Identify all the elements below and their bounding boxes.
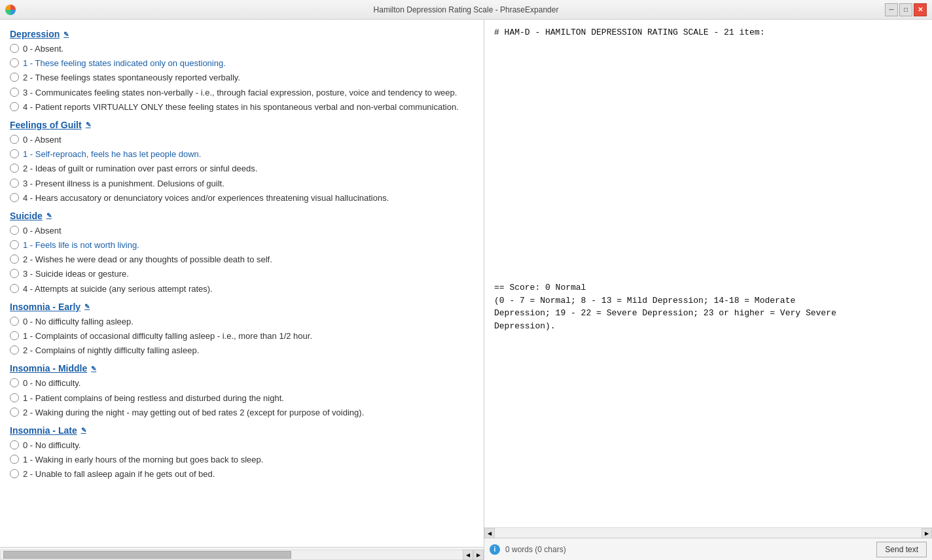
radio-item-feelings-of-guilt-3[interactable]: 3 - Present illness is a punishment. Del… (10, 178, 474, 190)
section-header-insomnia-early: Insomnia - Early✎ (10, 302, 474, 312)
radio-item-depression-2[interactable]: 2 - These feelings states spontaneously … (10, 72, 474, 84)
edit-icon-insomnia-middle[interactable]: ✎ (91, 365, 96, 372)
section-header-suicide: Suicide✎ (10, 211, 474, 221)
title-bar: Hamilton Depression Rating Scale - Phras… (0, 0, 932, 20)
word-count: 0 words (0 chars) (505, 545, 566, 554)
radio-item-depression-1[interactable]: 1 - These feeling states indicated only … (10, 58, 474, 69)
section-label-insomnia-early: Insomnia - Early (10, 302, 81, 312)
radio-label-insomnia-early-2: 2 - Complains of nightly difficulty fall… (23, 345, 199, 357)
radio-btn-depression-4[interactable] (10, 102, 19, 111)
edit-icon-depression[interactable]: ✎ (63, 31, 69, 38)
edit-icon-suicide[interactable]: ✎ (46, 212, 52, 219)
radio-btn-suicide-1[interactable] (10, 240, 19, 249)
radio-item-insomnia-late-2[interactable]: 2 - Unable to fall asleep again if he ge… (10, 468, 474, 480)
radio-btn-feelings-of-guilt-0[interactable] (10, 135, 19, 144)
radio-item-insomnia-late-0[interactable]: 0 - No difficulty. (10, 440, 474, 451)
radio-item-feelings-of-guilt-1[interactable]: 1 - Self-reproach, feels he has let peop… (10, 149, 474, 160)
section-header-insomnia-middle: Insomnia - Middle✎ (10, 363, 474, 374)
section-label-suicide: Suicide (10, 211, 43, 221)
radio-label-suicide-0: 0 - Absent (23, 225, 62, 237)
radio-btn-insomnia-middle-0[interactable] (10, 378, 19, 387)
radio-btn-insomnia-early-0[interactable] (10, 317, 19, 326)
radio-label-feelings-of-guilt-2: 2 - Ideas of guilt or rumination over pa… (23, 163, 257, 175)
radio-label-depression-4: 4 - Patient reports VIRTUALLY ONLY these… (23, 101, 459, 113)
radio-btn-insomnia-early-2[interactable] (10, 345, 19, 355)
radio-label-depression-2: 2 - These feelings states spontaneously … (23, 72, 240, 84)
minimize-button[interactable]: ─ (885, 3, 898, 16)
section-header-insomnia-late: Insomnia - Late✎ (10, 425, 474, 436)
radio-btn-depression-2[interactable] (10, 73, 19, 82)
radio-btn-insomnia-late-1[interactable] (10, 455, 19, 464)
radio-btn-insomnia-middle-1[interactable] (10, 393, 19, 402)
radio-label-insomnia-middle-1: 1 - Patient complains of being restless … (23, 393, 284, 404)
radio-label-suicide-3: 3 - Suicide ideas or gesture. (23, 268, 129, 280)
radio-label-feelings-of-guilt-4: 4 - Hears accusatory or denunciatory voi… (23, 192, 389, 204)
radio-item-suicide-2[interactable]: 2 - Wishes he were dead or any thoughts … (10, 254, 474, 266)
radio-label-suicide-4: 4 - Attempts at suicide (any serious att… (23, 283, 213, 295)
radio-btn-feelings-of-guilt-1[interactable] (10, 149, 19, 158)
title-bar-title: Hamilton Depression Rating Scale - Phras… (374, 5, 559, 14)
radio-btn-feelings-of-guilt-4[interactable] (10, 193, 19, 202)
radio-item-feelings-of-guilt-4[interactable]: 4 - Hears accusatory or denunciatory voi… (10, 192, 474, 204)
radio-label-insomnia-middle-2: 2 - Waking during the night - may gettin… (23, 407, 364, 419)
radio-item-insomnia-late-1[interactable]: 1 - Waking in early hours of the morning… (10, 454, 474, 466)
left-scroll-area[interactable]: Depression✎0 - Absent.1 - These feeling … (0, 20, 484, 547)
radio-item-insomnia-middle-1[interactable]: 1 - Patient complains of being restless … (10, 393, 474, 404)
radio-item-feelings-of-guilt-0[interactable]: 0 - Absent (10, 134, 474, 146)
h-scroll-left-arrow[interactable]: ◀ (463, 550, 473, 560)
radio-btn-suicide-0[interactable] (10, 226, 19, 235)
radio-btn-suicide-2[interactable] (10, 254, 19, 264)
radio-item-insomnia-early-1[interactable]: 1 - Complaints of occasional difficulty … (10, 330, 474, 342)
radio-item-suicide-3[interactable]: 3 - Suicide ideas or gesture. (10, 268, 474, 280)
right-h-scroll-right[interactable]: ▶ (922, 528, 932, 538)
edit-icon-feelings-of-guilt[interactable]: ✎ (86, 121, 91, 128)
radio-label-depression-0: 0 - Absent. (23, 43, 63, 55)
radio-item-suicide-4[interactable]: 4 - Attempts at suicide (any serious att… (10, 283, 474, 295)
radio-label-insomnia-middle-0: 0 - No difficulty. (23, 377, 81, 389)
radio-btn-feelings-of-guilt-2[interactable] (10, 164, 19, 173)
radio-btn-feelings-of-guilt-3[interactable] (10, 179, 19, 188)
radio-item-depression-4[interactable]: 4 - Patient reports VIRTUALLY ONLY these… (10, 101, 474, 113)
radio-btn-depression-3[interactable] (10, 88, 19, 97)
right-h-scroll-track (495, 528, 922, 538)
radio-btn-insomnia-early-1[interactable] (10, 331, 19, 340)
radio-item-insomnia-middle-0[interactable]: 0 - No difficulty. (10, 377, 474, 389)
radio-item-depression-0[interactable]: 0 - Absent. (10, 43, 474, 55)
radio-label-suicide-1: 1 - Feels life is not worth living. (23, 239, 139, 251)
send-text-button[interactable]: Send text (876, 542, 927, 557)
radio-item-insomnia-early-2[interactable]: 2 - Complains of nightly difficulty fall… (10, 345, 474, 357)
radio-label-insomnia-early-0: 0 - No difficulty falling asleep. (23, 316, 134, 328)
radio-btn-depression-1[interactable] (10, 58, 19, 67)
section-label-depression: Depression (10, 29, 60, 39)
maximize-button[interactable]: □ (899, 3, 912, 16)
radio-item-suicide-1[interactable]: 1 - Feels life is not worth living. (10, 239, 474, 251)
edit-icon-insomnia-early[interactable]: ✎ (84, 303, 90, 310)
info-icon: i (490, 544, 500, 555)
close-button[interactable]: ✕ (914, 3, 927, 16)
section-header-feelings-of-guilt: Feelings of Guilt✎ (10, 120, 474, 130)
edit-icon-insomnia-late[interactable]: ✎ (81, 427, 86, 434)
left-panel: Depression✎0 - Absent.1 - These feeling … (0, 20, 484, 560)
h-scroll-right-arrow[interactable]: ▶ (473, 550, 484, 560)
radio-item-feelings-of-guilt-2[interactable]: 2 - Ideas of guilt or rumination over pa… (10, 163, 474, 175)
radio-label-insomnia-late-1: 1 - Waking in early hours of the morning… (23, 454, 263, 466)
radio-btn-depression-0[interactable] (10, 44, 19, 53)
section-label-insomnia-middle: Insomnia - Middle (10, 363, 87, 374)
radio-label-depression-3: 3 - Communicates feeling states non-verb… (23, 87, 457, 99)
radio-label-depression-1: 1 - These feeling states indicated only … (23, 58, 226, 69)
radio-label-suicide-2: 2 - Wishes he were dead or any thoughts … (23, 254, 272, 266)
right-text-content: # HAM-D - HAMILTON DEPRESSION RATING SCA… (484, 20, 932, 527)
radio-item-insomnia-early-0[interactable]: 0 - No difficulty falling asleep. (10, 316, 474, 328)
radio-btn-insomnia-late-0[interactable] (10, 440, 19, 449)
radio-item-depression-3[interactable]: 3 - Communicates feeling states non-verb… (10, 87, 474, 99)
radio-item-insomnia-middle-2[interactable]: 2 - Waking during the night - may gettin… (10, 407, 474, 419)
radio-label-feelings-of-guilt-1: 1 - Self-reproach, feels he has let peop… (23, 149, 201, 160)
radio-btn-suicide-4[interactable] (10, 284, 19, 293)
radio-btn-insomnia-middle-2[interactable] (10, 408, 19, 417)
section-label-insomnia-late: Insomnia - Late (10, 425, 77, 436)
radio-btn-suicide-3[interactable] (10, 269, 19, 278)
radio-item-suicide-0[interactable]: 0 - Absent (10, 225, 474, 237)
radio-label-insomnia-late-2: 2 - Unable to fall asleep again if he ge… (23, 468, 215, 480)
right-h-scroll-left[interactable]: ◀ (484, 528, 495, 538)
radio-btn-insomnia-late-2[interactable] (10, 469, 19, 478)
